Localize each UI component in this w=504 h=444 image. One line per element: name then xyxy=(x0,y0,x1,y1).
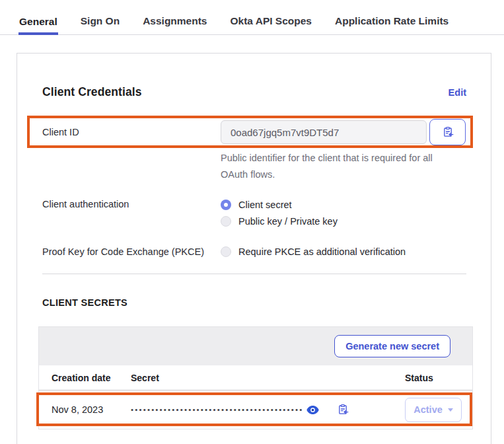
reveal-secret-button[interactable] xyxy=(306,406,319,414)
masked-secret-value: ••••••••••••••••••••••••••••••••••••••••… xyxy=(131,406,304,414)
radio-unselected-icon[interactable] xyxy=(221,216,231,227)
copy-client-id-button[interactable] xyxy=(429,119,466,145)
client-id-help: Public identifier for the client that is… xyxy=(221,150,466,183)
divider xyxy=(42,274,466,274)
client-id-row: Client ID 0oad67jgq5m7vt9DT5d7 xyxy=(42,119,466,145)
status-dropdown[interactable]: Active xyxy=(405,398,462,422)
pkce-option-label: Require PKCE as additional verification xyxy=(238,246,406,257)
radio-option-label: Client secret xyxy=(238,200,292,210)
client-secrets-title: CLIENT SECRETS xyxy=(42,297,466,308)
checkbox-unchecked-icon[interactable] xyxy=(221,246,231,257)
client-credentials-card: Client Credentials Edit Client ID 0oad67… xyxy=(17,53,491,444)
tab-okta-api-scopes[interactable]: Okta API Scopes xyxy=(230,15,312,34)
checkbox-require-pkce[interactable]: Require PKCE as additional verification xyxy=(221,243,406,260)
status-cell: Active xyxy=(405,398,472,422)
client-id-help-line1: Public identifier for the client that is… xyxy=(221,150,466,166)
client-id-controls: 0oad67jgq5m7vt9DT5d7 xyxy=(221,119,466,145)
radio-option-client-secret[interactable]: Client secret xyxy=(221,196,338,213)
pkce-label: Proof Key for Code Exchange (PKCE) xyxy=(42,246,221,257)
client-authentication-label: Client authentication xyxy=(42,196,221,229)
pkce-row: Proof Key for Code Exchange (PKCE) Requi… xyxy=(42,243,466,260)
column-header-creation-date: Creation date xyxy=(39,373,131,383)
tab-sign-on[interactable]: Sign On xyxy=(80,15,120,34)
client-id-help-line2: OAuth flows. xyxy=(221,166,466,183)
client-id-value-field[interactable]: 0oad67jgq5m7vt9DT5d7 xyxy=(221,120,427,144)
radio-selected-icon[interactable] xyxy=(221,200,231,210)
tab-general[interactable]: General xyxy=(18,16,58,35)
eye-icon xyxy=(306,406,319,414)
client-authentication-options: Client secret Public key / Private key xyxy=(221,196,338,229)
radio-option-label: Public key / Private key xyxy=(238,216,338,227)
column-header-secret: Secret xyxy=(131,373,405,383)
chevron-down-icon xyxy=(448,408,453,412)
secret-cell: ••••••••••••••••••••••••••••••••••••••••… xyxy=(131,404,405,416)
tab-assignments[interactable]: Assignments xyxy=(142,15,207,34)
page: General Sign On Assignments Okta API Sco… xyxy=(0,0,504,444)
creation-date-cell: Nov 8, 2023 xyxy=(39,404,131,415)
section-title: Client Credentials xyxy=(42,85,142,99)
table-toolbar: Generate new secret xyxy=(39,327,472,365)
radio-option-public-private-key[interactable]: Public key / Private key xyxy=(221,213,338,229)
clipboard-copy-icon xyxy=(337,404,349,416)
status-label: Active xyxy=(414,404,443,415)
tab-bar: General Sign On Assignments Okta API Sco… xyxy=(0,0,504,35)
table-row: Nov 8, 2023 ••••••••••••••••••••••••••••… xyxy=(39,390,472,429)
card-header: Client Credentials Edit xyxy=(42,54,466,99)
client-id-label: Client ID xyxy=(42,127,221,137)
client-authentication-row: Client authentication Client secret Publ… xyxy=(42,196,466,229)
client-secrets-table: Generate new secret Creation date Secret… xyxy=(38,326,473,429)
copy-secret-button[interactable] xyxy=(337,404,349,416)
edit-link[interactable]: Edit xyxy=(449,87,466,98)
table-header-row: Creation date Secret Status xyxy=(39,365,472,390)
column-header-status: Status xyxy=(405,373,472,383)
generate-new-secret-button[interactable]: Generate new secret xyxy=(334,335,450,357)
clipboard-copy-icon xyxy=(442,126,454,138)
tab-application-rate-limits[interactable]: Application Rate Limits xyxy=(334,15,449,34)
